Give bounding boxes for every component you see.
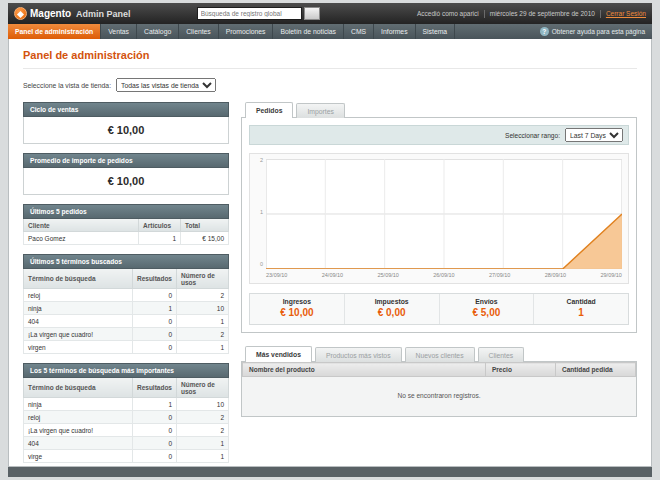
dashboard-main-column: Pedidos Importes Seleccionar rango: Last… (241, 102, 637, 417)
search-submit-button[interactable] (304, 7, 320, 20)
table-row: reloj02 (24, 289, 229, 302)
nav-item-sistema[interactable]: Sistema (416, 24, 456, 39)
average-orders-box: Promedio de importe de pedidos € 10,00 (23, 153, 229, 195)
table-cell: virgen (24, 341, 133, 354)
stat-label: Envíos (440, 298, 534, 305)
store-switcher: Seleccione la vista de tienda: Todas las… (23, 78, 637, 92)
logout-link[interactable]: Cerrar Sesión (606, 10, 646, 17)
table-row: ¡La virgen que cuadro!02 (24, 424, 229, 437)
tab-importes[interactable]: Importes (296, 103, 344, 118)
column-header: Número de usos (177, 378, 229, 398)
stat-label: Impuestos (345, 298, 439, 305)
stat-label: Cantidad (534, 298, 628, 305)
column-header: Precio (486, 363, 556, 377)
box-title: Ciclo de ventas (23, 102, 229, 117)
stat-value: € 0,00 (345, 307, 439, 318)
top-search-terms-box: Los 5 términos de búsqueda más important… (23, 363, 229, 463)
nav-item-panel-de-administraci-n[interactable]: Panel de administración (8, 24, 101, 39)
table-row: virge01 (24, 450, 229, 463)
table-cell: 404 (24, 437, 133, 450)
dashboard-left-column: Ciclo de ventas € 10,00 Promedio de impo… (23, 102, 229, 463)
lifetime-sales-value: € 10,00 (23, 117, 229, 144)
separator (600, 10, 601, 18)
table-header-row: Nombre del productoPrecioCantidad pedida (243, 363, 636, 377)
last-orders-table: ClienteArtículosTotal Paco Gomez1€ 15,00 (23, 219, 229, 245)
logged-in-as: Accedió como aparici (417, 10, 479, 17)
table-header-row: Término de búsquedaResultadosNúmero de u… (24, 269, 229, 289)
orders-chart: 210 23/09/1024/09/1025/09/1026/09/1027/0… (249, 153, 629, 284)
dashboard-content: Panel de administración Seleccione la vi… (8, 39, 652, 467)
stat-value: € 10,00 (250, 307, 344, 318)
table-cell: 2 (177, 289, 229, 302)
tab-clientes[interactable]: Clientes (478, 347, 525, 362)
orders-panel: Seleccionar rango: Last 7 Days 210 23/09… (241, 117, 637, 333)
y-axis-tick: 2 (260, 157, 263, 163)
column-header: Nombre del producto (243, 363, 486, 377)
table-cell: 2 (177, 411, 229, 424)
table-cell: 1 (139, 232, 181, 245)
table-cell: 1 (177, 450, 229, 463)
orders-area-chart (266, 159, 622, 269)
table-row: ninja110 (24, 398, 229, 411)
store-view-select[interactable]: Todas las vistas de tienda (116, 78, 216, 92)
last-search-terms-table: Término de búsquedaResultadosNúmero de u… (23, 269, 229, 354)
separator (484, 10, 485, 18)
range-select[interactable]: Last 7 Days (565, 128, 623, 142)
tab-pedidos[interactable]: Pedidos (245, 102, 293, 118)
column-header: Término de búsqueda (24, 269, 133, 289)
grids-tabs: Más vendidosProductos más vistosNuevos c… (241, 346, 637, 362)
table-cell: 0 (132, 315, 176, 328)
footer-bar (8, 467, 652, 477)
nav-item-bolet-n-de-noticias[interactable]: Boletín de noticias (273, 24, 344, 39)
table-cell: 0 (132, 437, 176, 450)
nav-item-cms[interactable]: CMS (344, 24, 374, 39)
magento-logo-icon (14, 7, 27, 20)
box-title: Los 5 términos de búsqueda más important… (23, 363, 229, 378)
column-header: Resultados (132, 378, 176, 398)
current-date: miércoles 29 de septiembre de 2010 (490, 10, 595, 17)
box-title: Últimos 5 términos buscados (23, 254, 229, 269)
column-header: Resultados (132, 269, 176, 289)
logo: Magento Admin Panel (14, 7, 131, 20)
session-info: Accedió como aparici miércoles 29 de sep… (417, 10, 646, 18)
table-cell: 2 (177, 328, 229, 341)
last-orders-box: Últimos 5 pedidos ClienteArtículosTotal … (23, 204, 229, 245)
diagram-tabs: Pedidos Importes (241, 102, 637, 118)
x-axis-tick: 29/09/10 (601, 272, 622, 281)
x-axis-tick: 23/09/10 (266, 272, 287, 281)
empty-records-message: No se encontraron registros. (242, 377, 636, 416)
table-row: reloj02 (24, 411, 229, 424)
table-cell: 0 (132, 341, 176, 354)
nav-item-informes[interactable]: Informes (374, 24, 415, 39)
table-cell: reloj (24, 411, 133, 424)
column-header: Cliente (24, 219, 139, 232)
store-view-label: Seleccione la vista de tienda: (23, 82, 111, 89)
nav-item-ventas[interactable]: Ventas (101, 24, 137, 39)
column-header: Número de usos (177, 269, 229, 289)
logo-subtitle: Admin Panel (76, 9, 131, 19)
table-row: virgen01 (24, 341, 229, 354)
table-cell: 1 (132, 398, 176, 411)
chart-x-axis: 23/09/1024/09/1025/09/1026/09/1027/09/10… (266, 269, 622, 281)
main-nav: Panel de administraciónVentasCatálogoCli… (8, 24, 652, 39)
nav-item-cat-logo[interactable]: Catálogo (137, 24, 179, 39)
tab-nuevos-clientes[interactable]: Nuevos clientes (405, 347, 475, 362)
global-search-input[interactable] (197, 7, 302, 20)
table-cell: 0 (132, 328, 176, 341)
nav-item-promociones[interactable]: Promociones (219, 24, 274, 39)
table-cell: 1 (177, 437, 229, 450)
range-label: Seleccionar rango: (505, 132, 560, 139)
table-cell: Paco Gomez (24, 232, 139, 245)
table-header-row: Término de búsquedaResultadosNúmero de u… (24, 378, 229, 398)
stat-value: € 5,00 (440, 307, 534, 318)
page-help-link[interactable]: ? Obtener ayuda para esta página (533, 24, 652, 39)
nav-item-clientes[interactable]: Clientes (179, 24, 219, 39)
tab-m-s-vendidos[interactable]: Más vendidos (245, 346, 312, 362)
tab-productos-m-s-vistos[interactable]: Productos más vistos (315, 347, 402, 362)
help-icon: ? (540, 27, 549, 36)
table-cell: ninja (24, 302, 133, 315)
table-row: 40401 (24, 315, 229, 328)
x-axis-tick: 26/09/10 (433, 272, 454, 281)
table-cell: 0 (132, 450, 176, 463)
table-cell: 0 (132, 424, 176, 437)
